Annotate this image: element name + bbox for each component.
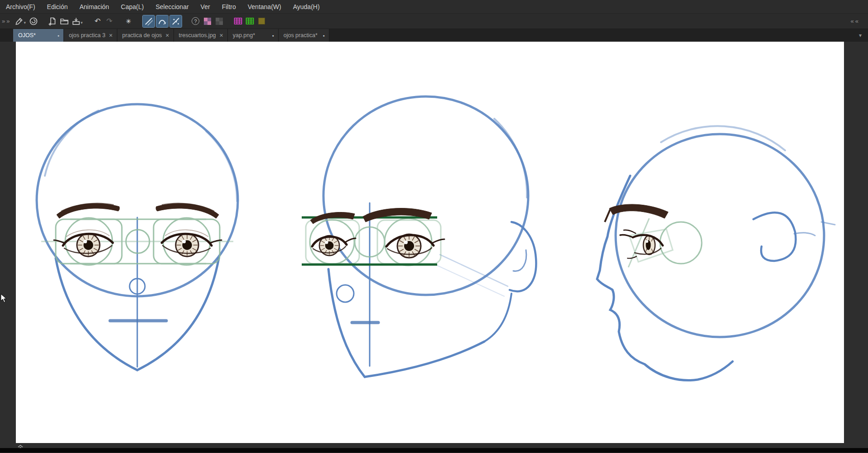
tool-group-help: ? — [190, 15, 225, 27]
checker-pink-icon — [203, 17, 212, 25]
starburst-icon: ✳ — [126, 18, 131, 24]
menu-ventana[interactable]: Ventana(W) — [242, 0, 287, 13]
tab-yap-png[interactable]: yap.png* ● — [228, 29, 279, 42]
tab-label: practica de ojos — [122, 32, 162, 39]
undo-icon: ↶ — [95, 18, 101, 25]
eyebrows-front — [57, 203, 219, 218]
tab-label: ojos practica 3 — [69, 32, 106, 39]
tab-ojos[interactable]: OJOS* ● — [13, 29, 64, 42]
undo-button[interactable]: ↶ — [92, 15, 104, 27]
menu-edicion[interactable]: Edición — [41, 0, 74, 13]
bottom-edge-bar — [0, 448, 868, 453]
pen-icon — [14, 17, 24, 26]
workspace — [0, 42, 868, 453]
tool-group-pen: ▾ — [13, 15, 39, 27]
unsaved-dot-icon: ● — [272, 34, 274, 37]
tool-group-snap — [142, 15, 183, 27]
grid-pink-icon — [234, 17, 242, 25]
menu-capa[interactable]: Capa(L) — [115, 0, 150, 13]
jaw-right — [137, 258, 219, 370]
snap-ruler-icon — [144, 16, 154, 26]
grid-green-button[interactable] — [244, 15, 256, 27]
menu-bar: Archivo(F) Edición Animación Capa(L) Sel… — [0, 0, 868, 14]
redo-icon: ↷ — [106, 18, 112, 25]
tab-label: yap.png* — [233, 32, 255, 39]
tab-trescuartos[interactable]: trescuartos.jpg × — [174, 29, 228, 42]
tab-ojos-practica-3[interactable]: ojos practica 3 × — [64, 29, 117, 42]
tab-ojos-practica[interactable]: ojos practica* ● — [279, 29, 329, 42]
command-toolbar: »» ▾ — [0, 14, 868, 29]
snap-special-ruler-icon — [157, 16, 167, 26]
menu-ver[interactable]: Ver — [195, 0, 216, 13]
tab-list-dropdown-icon[interactable]: ▾ — [859, 32, 868, 39]
grid-green-icon — [246, 17, 254, 25]
new-canvas-button[interactable] — [47, 15, 58, 27]
sketch-profile-view — [597, 126, 835, 380]
tab-label: OJOS* — [18, 32, 36, 39]
help-icon: ? — [192, 17, 199, 25]
save-dropdown-icon[interactable]: ▾ — [81, 20, 83, 25]
open-file-button[interactable] — [58, 15, 70, 27]
tab-label: trescuartos.jpg — [179, 32, 216, 39]
pen-dropdown-icon[interactable]: ▾ — [24, 20, 26, 25]
eye-profile — [605, 204, 668, 258]
snap-to-grid-button[interactable] — [170, 15, 182, 27]
save-icon — [71, 16, 81, 26]
unsaved-dot-icon: ● — [323, 34, 324, 37]
tab-label: ojos practica* — [284, 32, 318, 39]
eyebrows-three-quarter — [310, 208, 432, 224]
snap-to-ruler-button[interactable] — [143, 15, 154, 27]
eyebrow-profile — [605, 204, 668, 222]
canvas[interactable] — [16, 42, 844, 443]
close-tab-icon[interactable]: × — [220, 32, 223, 39]
material-button[interactable] — [202, 15, 213, 27]
unsaved-dot-icon: ● — [58, 34, 59, 37]
tool-group-refresh: ✳ — [123, 15, 135, 27]
menu-ayuda[interactable]: Ayuda(H) — [287, 0, 326, 13]
refresh-button[interactable]: ✳ — [123, 15, 135, 27]
tool-group-history: ↶ ↷ — [92, 15, 116, 27]
close-tab-icon[interactable]: × — [109, 32, 113, 39]
jaw-line — [365, 342, 484, 377]
nose-guide — [337, 285, 354, 302]
jaw-left — [56, 258, 137, 370]
tool-group-file: ▾ — [47, 15, 85, 27]
menu-seleccionar[interactable]: Seleccionar — [149, 0, 194, 13]
help-button[interactable]: ? — [190, 15, 202, 27]
spiral-tool-button[interactable] — [28, 15, 39, 27]
toolbar-collapse-right-icon[interactable]: «« — [851, 18, 864, 24]
tab-practica-de-ojos[interactable]: practica de ojos × — [117, 29, 174, 42]
sketch-front-view — [37, 104, 238, 370]
olive-color-swatch — [258, 18, 265, 24]
open-folder-icon — [59, 16, 69, 26]
toolbar-overflow-left-icon[interactable]: »» — [2, 18, 11, 24]
ear-spiral — [753, 212, 796, 261]
new-document-icon — [48, 16, 58, 26]
document-tab-bar: OJOS* ● ojos practica 3 × practica de oj… — [0, 29, 868, 42]
menu-animacion[interactable]: Animación — [73, 0, 115, 13]
tool-group-grids — [232, 15, 268, 27]
menu-filtro[interactable]: Filtro — [216, 0, 242, 13]
color-swatch-button[interactable] — [256, 15, 268, 27]
close-tab-icon[interactable]: × — [165, 32, 169, 39]
snap-grid-icon — [171, 16, 181, 26]
spiral-icon — [29, 17, 38, 26]
ear-outline — [510, 222, 536, 291]
redo-button[interactable]: ↷ — [104, 15, 116, 27]
material-disabled-button[interactable] — [213, 15, 225, 27]
canvas-artwork[interactable] — [16, 42, 844, 443]
checker-dim-icon — [215, 17, 223, 25]
guides-profile — [628, 218, 702, 267]
mouse-cursor — [0, 294, 7, 303]
snap-to-special-ruler-button[interactable] — [156, 15, 168, 27]
grid-pink-button[interactable] — [232, 15, 244, 27]
menu-archivo[interactable]: Archivo(F) — [0, 0, 41, 13]
